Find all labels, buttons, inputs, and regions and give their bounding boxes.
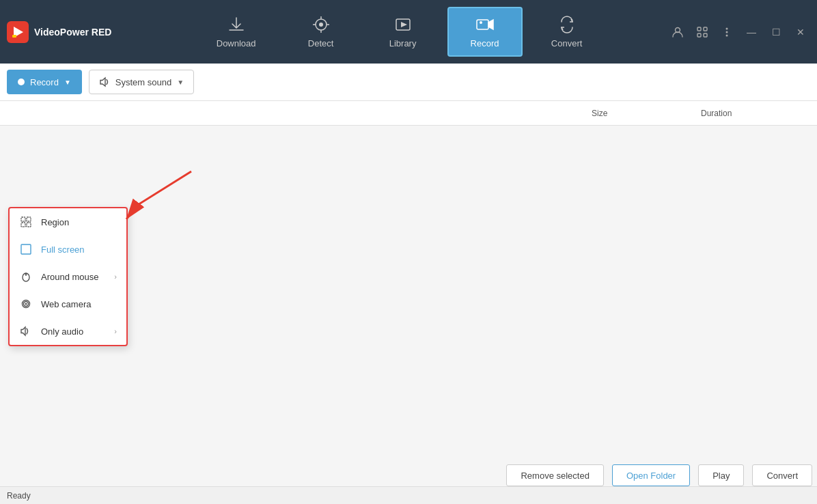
svg-rect-24 — [27, 223, 31, 227]
menu-item-web-camera[interactable]: Web camera — [10, 290, 126, 318]
tab-download[interactable]: Download — [196, 8, 277, 55]
audio-label: System sound — [115, 77, 171, 87]
convert-button[interactable]: Convert — [752, 464, 812, 486]
nav-tabs: Download Detect Li — [132, 7, 668, 57]
play-button[interactable]: Play — [698, 464, 744, 486]
svg-point-18 — [726, 27, 728, 29]
record-dot — [18, 79, 25, 85]
record-chevron: ▼ — [64, 79, 71, 86]
col-duration-header: Duration — [701, 109, 810, 118]
app-window: VideoPower RED Download — [0, 0, 817, 504]
tab-detect[interactable]: Detect — [283, 8, 359, 55]
svg-marker-11 — [488, 20, 493, 29]
audio-only-icon — [19, 324, 33, 338]
speaker-icon — [99, 76, 110, 87]
open-folder-button[interactable]: Open Folder — [612, 464, 690, 486]
svg-point-19 — [726, 31, 728, 33]
table-header: Size Duration — [0, 101, 817, 126]
svg-rect-14 — [697, 27, 701, 31]
around-mouse-label: Around mouse — [41, 272, 99, 282]
region-label: Region — [41, 217, 69, 227]
record-dropdown: Region Full screen — [8, 207, 128, 346]
col-size-header: Size — [592, 109, 701, 118]
status-text: Ready — [7, 491, 31, 501]
tab-convert[interactable]: Convert — [529, 8, 605, 55]
svg-point-12 — [480, 21, 482, 24]
svg-rect-15 — [704, 27, 707, 31]
svg-rect-25 — [21, 244, 31, 254]
tab-library-label: Library — [389, 38, 417, 48]
svg-rect-17 — [704, 33, 707, 37]
svg-rect-23 — [21, 223, 25, 227]
svg-rect-16 — [697, 33, 701, 37]
tab-convert-label: Convert — [551, 38, 583, 48]
svg-point-30 — [25, 303, 27, 305]
svg-rect-10 — [477, 20, 488, 29]
svg-rect-22 — [27, 217, 31, 221]
app-logo: VideoPower RED — [7, 21, 111, 43]
menu-item-region[interactable]: Region — [10, 208, 126, 236]
region-icon — [19, 215, 33, 229]
grid-icon[interactable] — [693, 23, 712, 42]
svg-rect-21 — [21, 217, 25, 221]
close-button[interactable]: ✕ — [791, 23, 810, 42]
minimize-button[interactable]: — — [742, 23, 761, 42]
only-audio-chevron: › — [114, 327, 117, 335]
svg-point-20 — [726, 34, 728, 36]
menu-item-fullscreen[interactable]: Full screen — [10, 236, 126, 263]
maximize-button[interactable]: ☐ — [766, 23, 786, 42]
menu-item-around-mouse[interactable]: Around mouse › — [10, 263, 126, 290]
content-body: Size Duration Region — [0, 101, 817, 504]
tab-detect-label: Detect — [308, 38, 334, 48]
audio-button[interactable]: System sound ▼ — [89, 70, 194, 94]
titlebar: VideoPower RED Download — [0, 0, 817, 64]
tab-download-label: Download — [217, 38, 256, 48]
bottom-actions: Remove selected Open Folder Play Convert — [504, 464, 814, 486]
fullscreen-icon — [19, 242, 33, 256]
tab-library[interactable]: Library — [365, 8, 441, 55]
content-area: Size Duration Region — [0, 101, 817, 504]
webcam-label: Web camera — [41, 299, 91, 309]
camera-icon — [19, 297, 33, 311]
svg-marker-9 — [401, 22, 407, 27]
only-audio-label: Only audio — [41, 326, 83, 337]
remove-selected-button[interactable]: Remove selected — [506, 464, 603, 486]
svg-point-3 — [319, 23, 323, 27]
svg-point-28 — [25, 273, 27, 275]
around-mouse-chevron: › — [114, 272, 117, 281]
tab-record-label: Record — [471, 38, 499, 48]
tab-record[interactable]: Record — [447, 7, 523, 57]
record-button[interactable]: Record ▼ — [7, 70, 82, 94]
record-label: Record — [30, 77, 59, 87]
svg-rect-1 — [12, 35, 16, 38]
user-icon[interactable] — [668, 23, 687, 42]
fullscreen-label: Full screen — [41, 244, 85, 255]
menu-item-only-audio[interactable]: Only audio › — [10, 318, 126, 345]
more-icon[interactable] — [717, 23, 736, 42]
status-bar: Ready — [0, 486, 817, 504]
mouse-icon — [19, 270, 33, 283]
audio-chevron: ▼ — [177, 79, 184, 86]
window-controls: — ☐ ✕ — [668, 23, 810, 42]
app-icon — [7, 21, 29, 43]
app-title: VideoPower RED — [34, 27, 111, 38]
toolbar: Record ▼ System sound ▼ — [0, 64, 817, 101]
